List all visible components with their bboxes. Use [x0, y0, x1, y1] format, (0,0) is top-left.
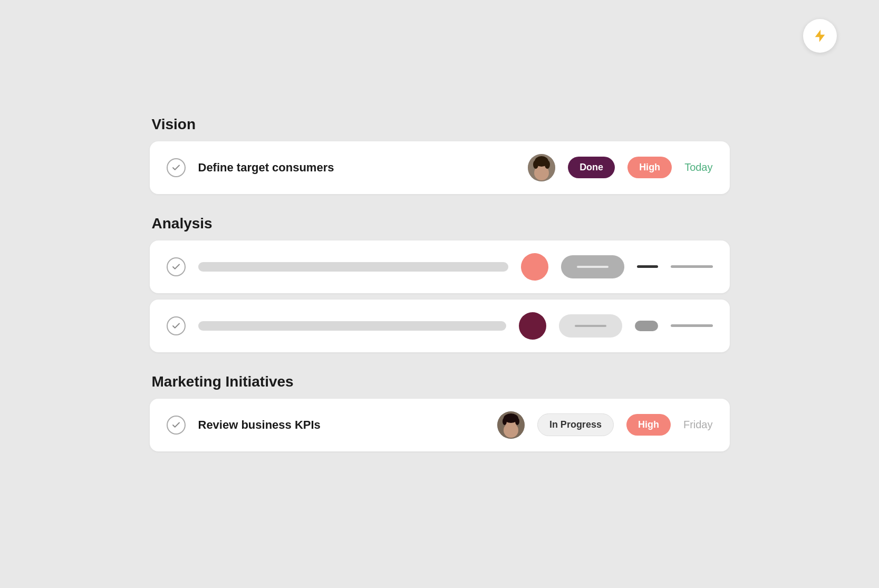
svg-point-12	[515, 418, 519, 425]
section-vision: Vision Define target consumers Do	[150, 116, 730, 194]
checkbox-icon-2	[167, 257, 186, 276]
avatar-3	[519, 312, 546, 340]
task-card-1[interactable]: Define target consumers Done High Today	[150, 141, 730, 194]
task-title-1: Define target consumers	[198, 161, 516, 175]
svg-point-5	[533, 160, 538, 169]
section-marketing: Marketing Initiatives Review business KP…	[150, 373, 730, 451]
svg-marker-0	[815, 30, 825, 42]
status-badge-1[interactable]: Done	[568, 157, 615, 178]
checkbox-icon-4	[167, 416, 186, 435]
priority-badge-1[interactable]: High	[627, 157, 672, 178]
svg-point-9	[504, 423, 518, 438]
lightning-icon	[813, 28, 827, 43]
date-1: Today	[684, 161, 712, 173]
main-container: Vision Define target consumers Do	[150, 95, 730, 494]
section-title-analysis: Analysis	[150, 215, 730, 232]
checkbox-icon-3	[167, 316, 186, 335]
lightning-button[interactable]	[803, 19, 837, 53]
task-title-bar-2	[198, 262, 508, 272]
svg-point-6	[545, 160, 550, 169]
avatar-4	[497, 411, 525, 439]
task-title-4: Review business KPIs	[198, 418, 485, 432]
task-card-2[interactable]	[150, 240, 730, 293]
extra-bar-2	[671, 265, 713, 268]
section-title-vision: Vision	[150, 116, 730, 133]
status-badge-4[interactable]: In Progress	[537, 413, 614, 436]
date-4: Friday	[683, 419, 713, 431]
extra-bar-3	[671, 324, 713, 327]
avatar-2	[521, 253, 548, 281]
task-card-3[interactable]	[150, 300, 730, 352]
section-analysis: Analysis	[150, 215, 730, 352]
checkbox-icon-1	[167, 158, 186, 177]
date-bar-2	[637, 265, 658, 268]
task-title-bar-3	[198, 321, 506, 331]
svg-point-11	[503, 418, 507, 425]
avatar-1	[528, 154, 555, 181]
status-badge-3	[559, 314, 622, 338]
section-title-marketing: Marketing Initiatives	[150, 373, 730, 390]
status-badge-2	[561, 255, 624, 278]
priority-badge-3	[635, 321, 658, 331]
priority-badge-4[interactable]: High	[626, 414, 671, 436]
task-card-4[interactable]: Review business KPIs In Progress High Fr…	[150, 399, 730, 451]
